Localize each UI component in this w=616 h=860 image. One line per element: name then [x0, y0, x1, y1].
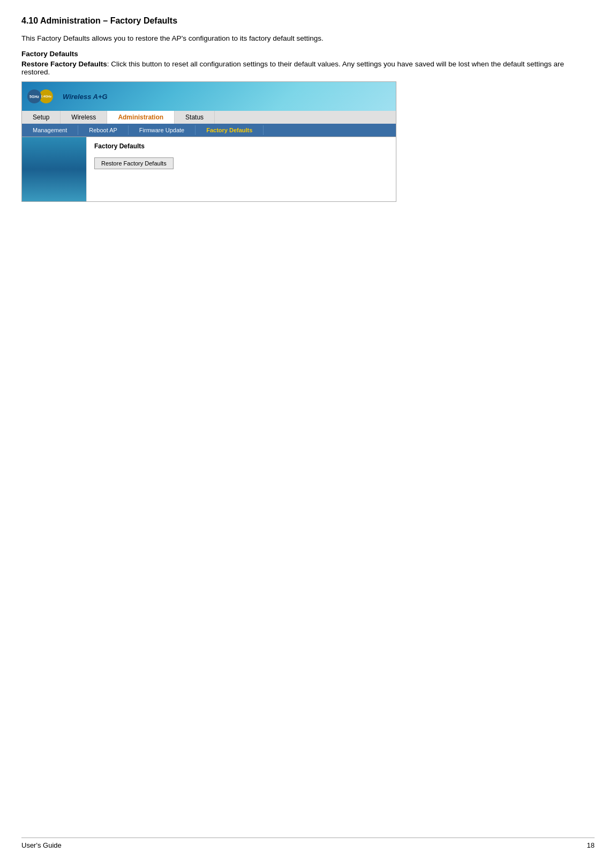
sub-tab-firmware[interactable]: Firmware Update [129, 125, 196, 135]
page-title: 4.10 Administration – Factory Defaults [21, 16, 595, 26]
content-section-title: Factory Defaults [94, 142, 388, 150]
tab-wireless[interactable]: Wireless [61, 111, 107, 124]
restore-bold-label: Restore Factory Defaults [21, 60, 107, 68]
tab-administration[interactable]: Administration [107, 111, 175, 124]
sub-tab-spacer [264, 125, 396, 135]
router-ui-screenshot: 5GHz 2.4GHz Wireless A+G Setup Wireless … [21, 81, 396, 202]
router-main-panel: Factory Defaults Restore Factory Default… [86, 137, 396, 201]
sub-nav-tabs: Management Reboot AP Firmware Update Fac… [22, 124, 396, 137]
body-description: Restore Factory Defaults: Click this but… [21, 60, 595, 76]
restore-factory-defaults-button[interactable]: Restore Factory Defaults [94, 157, 174, 169]
factory-defaults-heading: Factory Defaults [21, 50, 595, 58]
router-sidebar [22, 137, 86, 201]
footer-label: User's Guide [21, 841, 62, 849]
router-content-area: Factory Defaults Restore Factory Default… [22, 137, 396, 201]
page-footer: User's Guide 18 [21, 838, 595, 849]
nav-tab-spacer [215, 111, 396, 124]
tab-setup[interactable]: Setup [22, 111, 61, 124]
router-logo: 5GHz 2.4GHz [27, 89, 53, 103]
main-nav-tabs: Setup Wireless Administration Status [22, 111, 396, 124]
intro-paragraph: This Factory Defaults allows you to rest… [21, 34, 595, 42]
tab-status[interactable]: Status [175, 111, 215, 124]
logo-text: Wireless A+G [63, 93, 108, 101]
sub-tab-reboot[interactable]: Reboot AP [78, 125, 129, 135]
sub-tab-factory-defaults[interactable]: Factory Defaults [196, 125, 264, 135]
sub-tab-management[interactable]: Management [22, 125, 78, 135]
footer-page-number: 18 [587, 841, 595, 849]
logo-5ghz: 5GHz [27, 89, 41, 103]
router-header: 5GHz 2.4GHz Wireless A+G [22, 82, 396, 111]
